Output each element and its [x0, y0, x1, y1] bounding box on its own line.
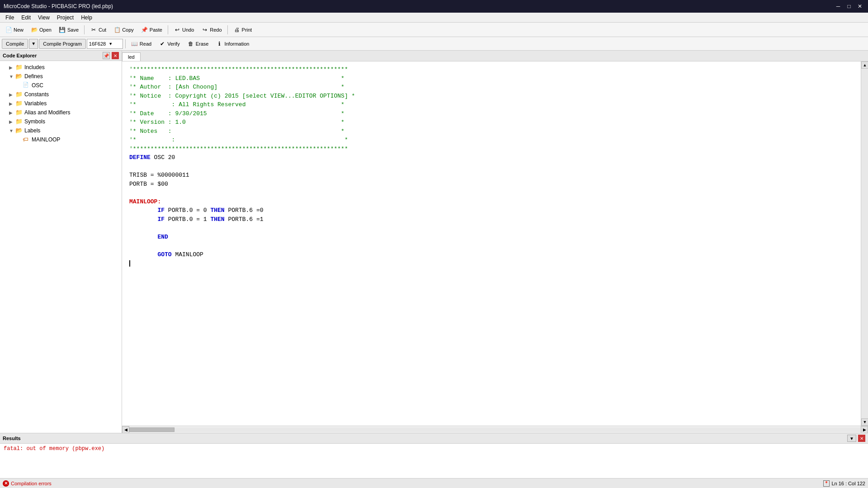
redo-button[interactable]: ↪ Redo: [198, 24, 225, 35]
verify-label: Verify: [167, 41, 180, 47]
information-button[interactable]: ℹ Information: [212, 38, 252, 49]
sidebar-title: Code Explorer: [3, 53, 37, 58]
compile-dropdown[interactable]: ▼: [29, 39, 38, 49]
sidebar-item-label-variables: Variables: [24, 100, 47, 107]
chip-selector[interactable]: 16F628 ▼: [87, 39, 123, 49]
menu-project[interactable]: Project: [53, 14, 77, 22]
editor-tabs: led: [122, 51, 868, 61]
copy-label: Copy: [122, 27, 134, 33]
sidebar-item-defines[interactable]: ▼ 📂 Defines: [0, 72, 122, 81]
editor-wrapper: '***************************************…: [122, 61, 868, 426]
scroll-right-button[interactable]: ▶: [861, 426, 868, 433]
sidebar-item-mainloop[interactable]: 🏷 MAINLOOP: [0, 135, 122, 144]
read-button[interactable]: 📖 Read: [128, 38, 155, 49]
compile-button[interactable]: Compile: [2, 39, 28, 49]
sidebar-item-constants[interactable]: ▶ 📁 Constants: [0, 90, 122, 99]
results-dropdown-button[interactable]: ▼: [847, 435, 856, 442]
separator-2: [168, 25, 168, 34]
sidebar-item-label-labels: Labels: [24, 127, 40, 134]
sidebar-pin-button[interactable]: 📌: [103, 52, 110, 59]
menu-file[interactable]: File: [2, 14, 18, 22]
new-icon: 📄: [5, 26, 12, 33]
sidebar-header-controls: 📌 ✕: [103, 52, 119, 59]
compile-program-button[interactable]: Compile Program: [39, 39, 86, 49]
scroll-track-v[interactable]: [861, 69, 868, 418]
verify-icon: ✔: [159, 40, 166, 47]
sidebar-item-labels[interactable]: ▼ 📂 Labels: [0, 126, 122, 135]
sidebar-item-alias[interactable]: ▶ 📁 Alias and Modifiers: [0, 108, 122, 117]
scroll-track-h[interactable]: [129, 427, 861, 432]
cut-button[interactable]: ✂ Cut: [87, 24, 109, 35]
status-error-label: Compilation errors: [11, 481, 52, 486]
copy-button[interactable]: 📋 Copy: [110, 24, 137, 35]
status-bar: ✕ Compilation errors 📍 Ln 16 : Col 122: [0, 478, 868, 488]
status-position-section: 📍 Ln 16 : Col 122: [823, 480, 865, 487]
scroll-up-button[interactable]: ▲: [861, 61, 868, 69]
expand-icon-variables: ▶: [9, 101, 15, 106]
sidebar-item-osc[interactable]: 📄 OSC: [0, 81, 122, 90]
text-cursor: [129, 260, 130, 267]
sidebar-item-label-symbols: Symbols: [24, 118, 45, 125]
editor-scrollbar-h: ◀ ▶: [122, 426, 868, 433]
sidebar-item-variables[interactable]: ▶ 📁 Variables: [0, 99, 122, 108]
chip-value: 16F628: [89, 41, 106, 47]
save-icon: 💾: [59, 26, 66, 33]
redo-icon: ↪: [201, 26, 208, 33]
undo-button[interactable]: ↩ Undo: [170, 24, 197, 35]
verify-button[interactable]: ✔ Verify: [156, 38, 183, 49]
separator-t2-1: [125, 39, 126, 48]
copy-icon: 📋: [113, 26, 121, 33]
sidebar-item-label-alias: Alias and Modifiers: [24, 109, 70, 116]
results-panel: Results ▼ ✕ fatal: out of memory (pbpw.e…: [0, 433, 868, 478]
label-icon-mainloop: 🏷: [23, 136, 30, 143]
editor-content[interactable]: '***************************************…: [122, 61, 861, 426]
undo-label: Undo: [182, 27, 194, 33]
folder-icon-variables: 📁: [15, 100, 23, 107]
results-error-text: fatal: out of memory (pbpw.exe): [4, 446, 104, 452]
open-button[interactable]: 📂 Open: [28, 24, 55, 35]
paste-label: Paste: [150, 27, 162, 33]
results-content: fatal: out of memory (pbpw.exe): [0, 444, 868, 478]
sidebar-item-includes[interactable]: ▶ 📁 Includes: [0, 63, 122, 72]
compile-program-label: Compile Program: [43, 41, 82, 47]
sidebar-close-button[interactable]: ✕: [112, 52, 119, 59]
results-header: Results ▼ ✕: [0, 433, 868, 444]
print-button[interactable]: 🖨 Print: [230, 24, 255, 35]
main-area: Code Explorer 📌 ✕ ▶ 📁 Includes ▼ 📂 Defin…: [0, 51, 868, 433]
sidebar-item-label-mainloop: MAINLOOP: [32, 136, 60, 143]
new-button[interactable]: 📄 New: [2, 24, 27, 35]
folder-icon-labels: 📂: [15, 127, 23, 134]
menu-help[interactable]: Help: [77, 14, 96, 22]
menu-bar: File Edit View Project Help: [0, 13, 868, 23]
editor-tab-led[interactable]: led: [122, 52, 141, 61]
title-bar: MicroCode Studio - PICBASIC PRO (led.pbp…: [0, 0, 868, 13]
status-position: Ln 16 : Col 122: [831, 481, 865, 486]
close-button[interactable]: ✕: [855, 2, 864, 10]
minimize-button[interactable]: ─: [834, 2, 843, 10]
sidebar-item-label-osc: OSC: [32, 82, 43, 89]
paste-button[interactable]: 📌 Paste: [138, 24, 165, 35]
erase-label: Erase: [196, 41, 209, 47]
paste-icon: 📌: [141, 26, 148, 33]
scroll-left-button[interactable]: ◀: [122, 426, 129, 433]
print-icon: 🖨: [233, 26, 241, 33]
expand-icon-symbols: ▶: [9, 119, 15, 124]
sidebar-item-label-defines: Defines: [24, 73, 43, 80]
sidebar-tree: ▶ 📁 Includes ▼ 📂 Defines 📄 OSC: [0, 61, 122, 433]
maximize-button[interactable]: □: [844, 2, 854, 10]
folder-icon-defines: 📂: [15, 73, 23, 80]
menu-edit[interactable]: Edit: [18, 14, 34, 22]
code-display: '***************************************…: [122, 61, 861, 272]
expand-icon-alias: ▶: [9, 110, 15, 115]
sidebar-item-label-constants: Constants: [24, 91, 49, 98]
editor-area: led '***********************************…: [122, 51, 868, 433]
scroll-down-button[interactable]: ▼: [861, 418, 868, 426]
menu-view[interactable]: View: [34, 14, 53, 22]
save-button[interactable]: 💾 Save: [56, 24, 82, 35]
sidebar-item-symbols[interactable]: ▶ 📁 Symbols: [0, 117, 122, 126]
results-close-button[interactable]: ✕: [858, 435, 865, 442]
scroll-thumb-h[interactable]: [129, 427, 175, 432]
erase-button[interactable]: 🗑 Erase: [184, 38, 212, 49]
sidebar-item-label-includes: Includes: [24, 64, 45, 70]
file-icon-osc: 📄: [23, 82, 30, 89]
